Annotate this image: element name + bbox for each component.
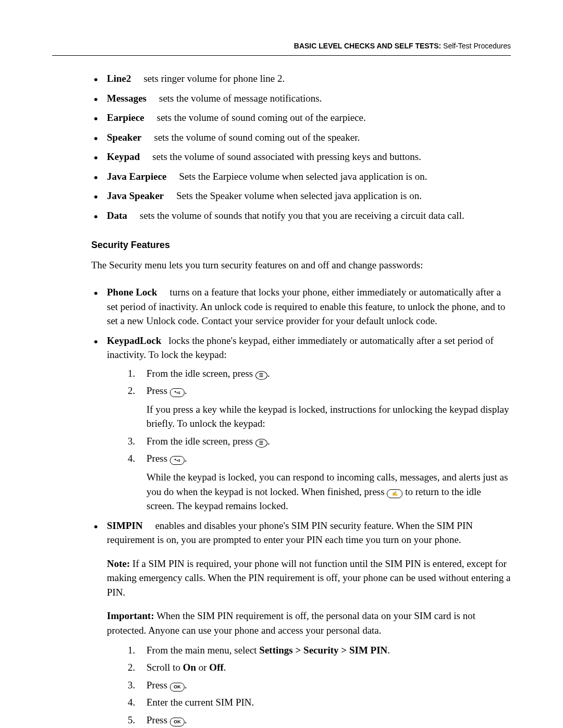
text: .	[185, 714, 187, 725]
list-item: Datasets the volume of sounds that notif…	[91, 208, 511, 223]
menu-path: Settings > Security > SIM PIN	[259, 645, 387, 656]
step: 1. From the main menu, select Settings >…	[128, 643, 511, 658]
menu-key-icon: ☰	[255, 439, 267, 448]
text: .	[387, 645, 390, 656]
important-block: Important: When the SIM PIN requirement …	[107, 609, 511, 637]
end-key-icon: ✍	[387, 489, 402, 498]
keypad-lock-steps: 1. From the idle screen, press ☰. 2. Pre…	[107, 366, 511, 513]
text: From the main menu, select	[146, 645, 259, 656]
list-item-phone-lock: Phone Lockturns on a feature that locks …	[91, 285, 511, 328]
text: .	[267, 436, 270, 447]
desc: Sets the Speaker volume when selected ja…	[176, 190, 422, 201]
menu-key-icon: ☰	[255, 371, 267, 380]
note-block: Note: If a SIM PIN is required, your pho…	[107, 557, 511, 600]
text: Press	[146, 680, 170, 690]
volume-settings-list: Line2sets ringer volume for phone line 2…	[91, 71, 511, 223]
text: .	[185, 453, 187, 464]
note-label: Note:	[107, 558, 130, 569]
important-label: Important:	[107, 610, 154, 621]
term: Keypad	[107, 151, 140, 162]
text: From the idle screen, press	[146, 436, 255, 447]
sim-pin-steps: 1. From the main menu, select Settings >…	[107, 643, 511, 727]
header-light: Self-Test Procedures	[443, 42, 511, 50]
desc: turns on a feature that locks your phone…	[107, 287, 505, 326]
desc: sets the volume of sound coming out of t…	[154, 132, 360, 143]
text: .	[185, 385, 187, 396]
security-features-list: Phone Lockturns on a feature that locks …	[91, 285, 511, 727]
list-item: Keypadsets the volume of sound associate…	[91, 150, 511, 164]
note-text: If you press a key while the keypad is l…	[146, 402, 511, 431]
list-item-sim-pin: SIMPINenables and disables your phone's …	[91, 519, 511, 727]
text: Press	[146, 714, 170, 725]
note-text: If a SIM PIN is required, your phone wil…	[107, 558, 511, 598]
desc: sets the volume of sound coming out of t…	[157, 112, 366, 123]
text: Press	[146, 385, 170, 396]
list-item: Speakersets the volume of sound coming o…	[91, 130, 511, 145]
list-item: Java EarpieceSets the Earpiece volume wh…	[91, 169, 511, 184]
list-item: Messagessets the volume of message notif…	[91, 91, 511, 106]
text: Press	[146, 453, 170, 464]
step: 2. Scroll to On or Off.	[128, 660, 511, 675]
step: 2. Press *◅. If you press a key while th…	[128, 384, 511, 431]
term: KeypadLock	[107, 335, 162, 346]
list-item: Java SpeakerSets the Speaker volume when…	[91, 189, 511, 203]
step: 4. Enter the current SIM PIN.	[128, 695, 511, 710]
text: From the idle screen, press	[146, 368, 255, 379]
step: 5. Press OK.	[128, 713, 511, 727]
star-key-icon: *◅	[170, 456, 185, 465]
important-text: When the SIM PIN requirement is off, the…	[107, 610, 475, 636]
term: Earpiece	[107, 112, 144, 123]
term: Speaker	[107, 132, 142, 143]
list-item: Earpiecesets the volume of sound coming …	[91, 110, 511, 125]
page-content: Line2sets ringer volume for phone line 2…	[52, 71, 511, 727]
desc: locks the phone's keypad, either immedia…	[107, 335, 494, 361]
section-heading-security-features: Security Features	[91, 238, 511, 252]
term: SIMPIN	[107, 520, 143, 531]
term: Line2	[107, 73, 131, 84]
page-header: BASIC LEVEL CHECKS AND SELF TESTS: Self-…	[52, 42, 511, 56]
step: 3. Press OK.	[128, 678, 511, 693]
text: Enter the current SIM PIN.	[146, 697, 254, 708]
desc: sets the volume of message notifications…	[159, 93, 322, 104]
star-key-icon: *◅	[170, 388, 185, 397]
desc: Sets the Earpiece volume when selected j…	[179, 171, 427, 182]
text: .	[185, 680, 187, 690]
desc: enables and disables your phone's SIM PI…	[107, 520, 473, 546]
ok-key-icon: OK	[170, 683, 185, 692]
step: 1. From the idle screen, press ☰.	[128, 366, 511, 381]
term: Phone Lock	[107, 287, 157, 298]
list-item-keypad-lock: KeypadLocklocks the phone's keypad, eith…	[91, 334, 511, 513]
ok-key-icon: OK	[170, 718, 185, 726]
term: Data	[107, 210, 127, 221]
list-item: Line2sets ringer volume for phone line 2…	[91, 71, 511, 86]
text: Scroll to	[146, 662, 183, 673]
term: Messages	[107, 93, 146, 104]
desc: sets ringer volume for phone line 2.	[143, 73, 285, 84]
security-intro: The Security menu lets you turn security…	[91, 258, 511, 273]
term: Java Earpiece	[107, 171, 167, 182]
desc: sets the volume of sounds that notify yo…	[140, 210, 464, 221]
note-text: While the keypad is locked, you can resp…	[146, 470, 511, 513]
desc: sets the volume of sound associated with…	[152, 151, 421, 162]
step: 3. From the idle screen, press ☰.	[128, 434, 511, 449]
header-bold: BASIC LEVEL CHECKS AND SELF TESTS:	[294, 42, 443, 50]
term: Java Speaker	[107, 190, 164, 201]
document-page: BASIC LEVEL CHECKS AND SELF TESTS: Self-…	[0, 0, 563, 728]
step: 4. Press *◅. While the keypad is locked,…	[128, 451, 511, 513]
text: .	[267, 368, 270, 379]
